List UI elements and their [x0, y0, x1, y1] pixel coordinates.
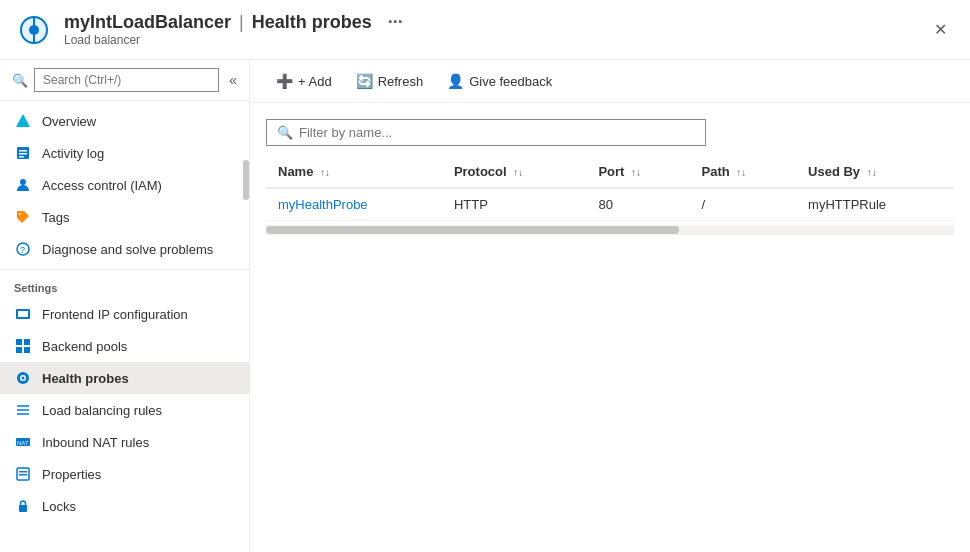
sidebar: 🔍 « Overview Activity log — [0, 60, 250, 552]
sidebar-item-label: Load balancing rules — [42, 403, 162, 418]
sidebar-search-area: 🔍 « — [0, 60, 249, 101]
sidebar-item-backend-pools[interactable]: Backend pools — [0, 330, 249, 362]
svg-rect-7 — [19, 153, 27, 155]
content-area: ➕ + Add 🔄 Refresh 👤 Give feedback 🔍 — [250, 60, 970, 552]
sort-protocol-icon: ↑↓ — [513, 167, 523, 178]
inbound-nat-icon: NAT — [14, 433, 32, 451]
svg-rect-30 — [19, 505, 27, 512]
feedback-button[interactable]: 👤 Give feedback — [437, 68, 562, 94]
sidebar-item-label: Activity log — [42, 146, 104, 161]
sidebar-scrollbar[interactable] — [243, 160, 249, 200]
col-used-by-label: Used By — [808, 164, 860, 179]
search-icon: 🔍 — [12, 73, 28, 88]
resource-name: myIntLoadBalancer — [64, 12, 231, 33]
sidebar-item-tags[interactable]: Tags — [0, 201, 249, 233]
cell-path: / — [690, 188, 797, 221]
sidebar-item-access-control[interactable]: Access control (IAM) — [0, 169, 249, 201]
sort-used-by-icon: ↑↓ — [867, 167, 877, 178]
lb-rules-icon — [14, 401, 32, 419]
probe-link[interactable]: myHealthProbe — [278, 197, 368, 212]
svg-rect-16 — [24, 339, 30, 345]
sidebar-item-inbound-nat[interactable]: NAT Inbound NAT rules — [0, 426, 249, 458]
col-name[interactable]: Name ↑↓ — [266, 158, 442, 188]
sidebar-search-input[interactable] — [34, 68, 219, 92]
header-separator: | — [239, 12, 244, 33]
col-protocol-label: Protocol — [454, 164, 507, 179]
filter-input[interactable] — [299, 125, 695, 140]
sidebar-item-properties[interactable]: Properties — [0, 458, 249, 490]
backend-pools-icon — [14, 337, 32, 355]
svg-point-10 — [19, 213, 21, 215]
cell-protocol: HTTP — [442, 188, 587, 221]
page-header: myIntLoadBalancer | Health probes ··· Lo… — [0, 0, 970, 60]
sidebar-item-activity-log[interactable]: Activity log — [0, 137, 249, 169]
sidebar-item-label: Properties — [42, 467, 101, 482]
header-title-area: myIntLoadBalancer | Health probes ··· Lo… — [64, 12, 926, 47]
diagnose-icon: ? — [14, 240, 32, 258]
svg-marker-4 — [16, 114, 30, 127]
svg-point-21 — [22, 377, 25, 380]
collapse-sidebar-button[interactable]: « — [229, 72, 237, 88]
svg-rect-15 — [16, 339, 22, 345]
col-protocol[interactable]: Protocol ↑↓ — [442, 158, 587, 188]
tags-icon — [14, 208, 32, 226]
locks-icon — [14, 497, 32, 515]
more-options-icon[interactable]: ··· — [388, 12, 403, 33]
svg-rect-28 — [19, 471, 27, 473]
sidebar-item-label: Health probes — [42, 371, 129, 386]
feedback-icon: 👤 — [447, 73, 464, 89]
cell-port: 80 — [586, 188, 689, 221]
cell-name: myHealthProbe — [266, 188, 442, 221]
table-header-row: Name ↑↓ Protocol ↑↓ Port ↑↓ Path — [266, 158, 954, 188]
refresh-icon: 🔄 — [356, 73, 373, 89]
col-path[interactable]: Path ↑↓ — [690, 158, 797, 188]
header-title: myIntLoadBalancer | Health probes ··· — [64, 12, 926, 33]
sidebar-item-label: Backend pools — [42, 339, 127, 354]
load-balancer-svg — [18, 14, 50, 46]
sidebar-item-label: Access control (IAM) — [42, 178, 162, 193]
filter-bar: 🔍 — [266, 119, 706, 146]
sort-path-icon: ↑↓ — [736, 167, 746, 178]
table-header: Name ↑↓ Protocol ↑↓ Port ↑↓ Path — [266, 158, 954, 188]
sidebar-item-health-probes[interactable]: Health probes — [0, 362, 249, 394]
refresh-button[interactable]: 🔄 Refresh — [346, 68, 434, 94]
table-area: 🔍 Name ↑↓ Protocol ↑↓ — [250, 103, 970, 552]
page-title: Health probes — [252, 12, 372, 33]
iam-icon — [14, 176, 32, 194]
add-label: + Add — [298, 74, 332, 89]
col-port[interactable]: Port ↑↓ — [586, 158, 689, 188]
close-button[interactable]: ✕ — [926, 16, 954, 44]
refresh-label: Refresh — [378, 74, 424, 89]
svg-rect-17 — [16, 347, 22, 353]
svg-point-1 — [29, 25, 39, 35]
sidebar-item-frontend-ip[interactable]: Frontend IP configuration — [0, 298, 249, 330]
sidebar-item-overview[interactable]: Overview — [0, 105, 249, 137]
sidebar-item-locks[interactable]: Locks — [0, 490, 249, 522]
resource-icon — [16, 12, 52, 48]
table-row: myHealthProbe HTTP 80 / myHTTPRule — [266, 188, 954, 221]
frontend-ip-icon — [14, 305, 32, 323]
col-name-label: Name — [278, 164, 313, 179]
sidebar-item-label: Frontend IP configuration — [42, 307, 188, 322]
sort-port-icon: ↑↓ — [631, 167, 641, 178]
horizontal-scrollbar[interactable] — [266, 225, 954, 235]
feedback-label: Give feedback — [469, 74, 552, 89]
svg-text:?: ? — [20, 245, 25, 255]
col-path-label: Path — [702, 164, 730, 179]
col-port-label: Port — [598, 164, 624, 179]
sidebar-item-load-balancing-rules[interactable]: Load balancing rules — [0, 394, 249, 426]
sidebar-item-label: Inbound NAT rules — [42, 435, 149, 450]
col-used-by[interactable]: Used By ↑↓ — [796, 158, 954, 188]
svg-rect-6 — [19, 150, 27, 152]
scrollbar-thumb — [266, 226, 679, 234]
cell-used-by: myHTTPRule — [796, 188, 954, 221]
svg-rect-29 — [19, 474, 27, 476]
add-button[interactable]: ➕ + Add — [266, 68, 342, 94]
sidebar-nav: Overview Activity log Access control (IA… — [0, 101, 249, 552]
sort-name-icon: ↑↓ — [320, 167, 330, 178]
sidebar-item-label: Locks — [42, 499, 76, 514]
sidebar-item-diagnose[interactable]: ? Diagnose and solve problems — [0, 233, 249, 265]
svg-rect-14 — [18, 311, 28, 317]
filter-search-icon: 🔍 — [277, 125, 293, 140]
overview-icon — [14, 112, 32, 130]
